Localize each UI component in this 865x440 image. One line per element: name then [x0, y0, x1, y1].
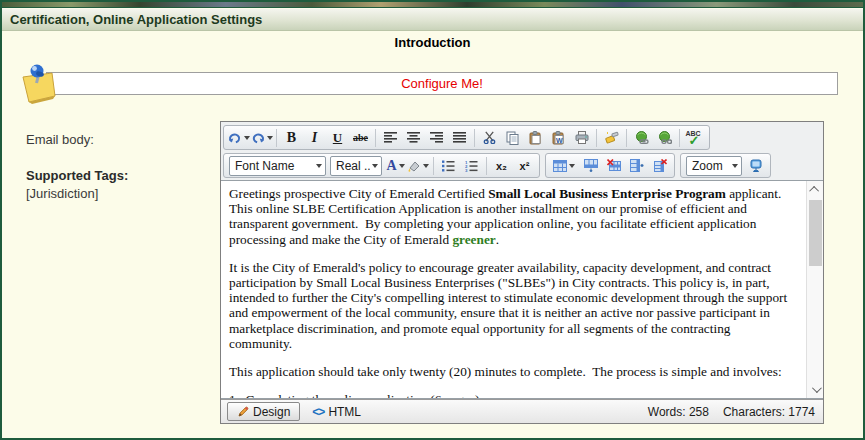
underline-icon: U: [333, 130, 342, 146]
toolbar-separator: [626, 129, 627, 147]
svg-text:3: 3: [465, 168, 468, 172]
scroll-up-button[interactable]: [807, 181, 823, 198]
italic-button[interactable]: I: [303, 127, 326, 148]
font-color-icon: A: [386, 158, 396, 174]
superscript-icon: x²: [520, 160, 530, 172]
chevron-down-icon: [732, 164, 738, 168]
superscript-button[interactable]: x²: [513, 155, 536, 176]
font-size-select[interactable]: Real ...: [330, 156, 382, 176]
format-stripper-button[interactable]: [600, 127, 623, 148]
italic-icon: I: [312, 130, 317, 146]
add-column-button[interactable]: [625, 155, 648, 176]
checkmark-icon: ✓: [689, 133, 700, 148]
background-color-icon: [408, 160, 421, 172]
hyperlink-icon: [635, 131, 649, 145]
chevron-down-icon: [569, 164, 575, 168]
underline-button[interactable]: U: [326, 127, 349, 148]
toolbar-separator: [474, 129, 475, 147]
tab-design[interactable]: Design: [227, 402, 300, 421]
add-row-icon: [584, 159, 598, 172]
character-count: Characters: 1774: [723, 405, 815, 419]
chevron-up-icon: [809, 186, 819, 196]
copy-button[interactable]: [501, 127, 524, 148]
numbered-list-button[interactable]: 123: [460, 155, 483, 176]
editor-content-area[interactable]: Greetings prospective City of Emerald Ce…: [221, 180, 823, 399]
bullet-list-button[interactable]: [437, 155, 460, 176]
chevron-down-icon: [423, 164, 429, 168]
background-color-button[interactable]: [407, 155, 430, 176]
paste-icon: [529, 131, 542, 145]
strikethrough-button[interactable]: abe: [349, 127, 372, 148]
add-row-button[interactable]: [579, 155, 602, 176]
strikethrough-icon: abe: [353, 132, 368, 143]
insert-table-button[interactable]: [549, 155, 579, 176]
chevron-down-icon: [399, 164, 405, 168]
justify-icon: [453, 132, 466, 143]
paste-from-word-icon: W: [552, 131, 565, 145]
scroll-down-button[interactable]: [807, 381, 823, 398]
editor-paragraph: It is the City of Emerald's policy to en…: [229, 260, 796, 351]
align-left-button[interactable]: [379, 127, 402, 148]
page-title: Introduction: [2, 35, 863, 50]
justify-button[interactable]: [448, 127, 471, 148]
sticky-note-icon: [14, 60, 62, 112]
insert-table-icon: [553, 160, 567, 172]
copy-icon: [506, 131, 519, 145]
toolbar-separator: [486, 157, 487, 175]
editor-text[interactable]: Greetings prospective City of Emerald Ce…: [221, 181, 806, 398]
editor-paragraph: Greetings prospective City of Emerald Ce…: [229, 186, 796, 247]
align-center-button[interactable]: [402, 127, 425, 148]
tab-html[interactable]: <> HTML: [312, 405, 361, 419]
align-right-button[interactable]: [425, 127, 448, 148]
subscript-button[interactable]: x₂: [490, 155, 513, 176]
tab-html-label: HTML: [328, 405, 361, 419]
bold-button[interactable]: B: [280, 127, 303, 148]
section-title: Certification, Online Application Settin…: [10, 12, 262, 27]
editor-statusbar: Design <> HTML Words: 258 Characters: 17…: [221, 399, 823, 423]
editor-counters: Words: 258 Characters: 1774: [648, 405, 817, 419]
remove-link-button[interactable]: [653, 127, 676, 148]
cut-icon: [483, 131, 496, 144]
delete-row-button[interactable]: [602, 155, 625, 176]
toolbar-group-main: B I U abe: [223, 125, 710, 150]
editor-paragraph: 1. Completing the online application (6 …: [229, 392, 796, 398]
print-button[interactable]: [570, 127, 593, 148]
spellcheck-button[interactable]: ABC ✓: [683, 127, 706, 148]
toolbar-group-zoom: Zoom: [680, 153, 771, 178]
remove-link-icon: [658, 131, 672, 145]
zoom-select[interactable]: Zoom: [686, 156, 742, 176]
undo-button[interactable]: [250, 127, 273, 148]
font-color-button[interactable]: A: [384, 155, 407, 176]
add-column-icon: [630, 159, 644, 172]
chevron-down-icon: [267, 136, 273, 140]
rich-text-editor: B I U abe: [220, 121, 824, 424]
chevron-down-icon: [812, 383, 822, 393]
toolbar-separator: [375, 129, 376, 147]
editor-scrollbar[interactable]: [806, 181, 823, 398]
toolbar-separator: [596, 129, 597, 147]
toolbar-separator: [679, 129, 680, 147]
code-icon: <>: [312, 405, 324, 419]
redo-button[interactable]: [227, 127, 250, 148]
cut-button[interactable]: [478, 127, 501, 148]
font-name-select[interactable]: Font Name: [229, 156, 326, 176]
hyperlink-button[interactable]: [630, 127, 653, 148]
format-stripper-icon: [605, 131, 619, 144]
module-manager-button[interactable]: [744, 155, 767, 176]
module-manager-icon: [749, 159, 763, 173]
word-count: Words: 258: [648, 405, 709, 419]
subscript-icon: x₂: [496, 160, 507, 172]
jurisdiction-tag: [Jurisdiction]: [26, 186, 98, 201]
chevron-down-icon: [244, 136, 250, 140]
align-left-icon: [384, 132, 397, 143]
spellcheck-icon: ABC ✓: [686, 130, 704, 146]
supported-tags-label: Supported Tags:: [26, 168, 128, 183]
paste-from-word-button[interactable]: W: [547, 127, 570, 148]
undo-icon: [251, 131, 265, 144]
paste-button[interactable]: [524, 127, 547, 148]
toolbar-group-table: [545, 153, 675, 178]
scrollbar-thumb[interactable]: [809, 200, 822, 266]
chevron-down-icon: [372, 164, 378, 168]
section-titlebar: Certification, Online Application Settin…: [2, 9, 863, 31]
delete-column-button[interactable]: [648, 155, 671, 176]
